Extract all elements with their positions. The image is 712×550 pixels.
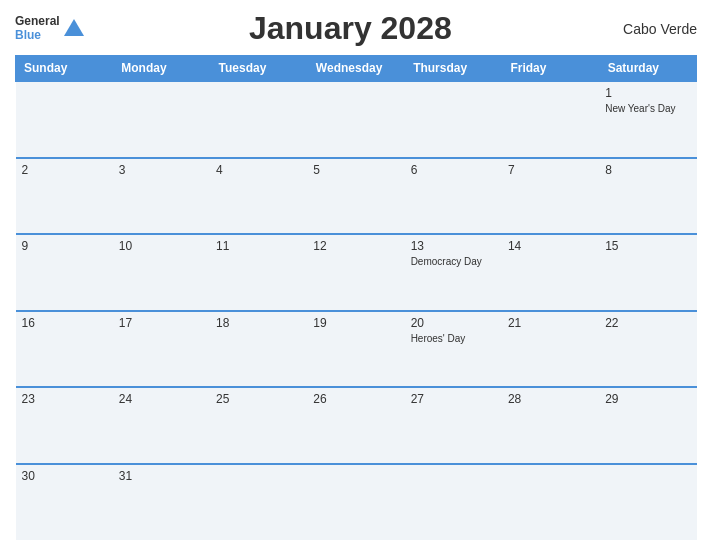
day-number: 4 — [216, 163, 301, 177]
calendar-cell: 14 — [502, 234, 599, 311]
calendar-cell: 4 — [210, 158, 307, 235]
calendar-cell: 28 — [502, 387, 599, 464]
day-number: 16 — [22, 316, 107, 330]
calendar-cell: 17 — [113, 311, 210, 388]
holiday-name: New Year's Day — [605, 102, 690, 115]
day-number: 23 — [22, 392, 107, 406]
day-number: 30 — [22, 469, 107, 483]
calendar-body: 1New Year's Day2345678910111213Democracy… — [16, 81, 697, 540]
logo-general-text: General — [15, 15, 60, 28]
weekday-header: Tuesday — [210, 56, 307, 82]
day-number: 20 — [411, 316, 496, 330]
holiday-name: Democracy Day — [411, 255, 496, 268]
calendar-cell: 9 — [16, 234, 113, 311]
calendar-cell: 13Democracy Day — [405, 234, 502, 311]
calendar-cell: 26 — [307, 387, 404, 464]
day-number: 3 — [119, 163, 204, 177]
calendar-cell — [307, 81, 404, 158]
day-number: 6 — [411, 163, 496, 177]
calendar-week-row: 1617181920Heroes' Day2122 — [16, 311, 697, 388]
calendar-cell — [113, 81, 210, 158]
calendar-cell: 15 — [599, 234, 696, 311]
day-number: 2 — [22, 163, 107, 177]
calendar-cell: 18 — [210, 311, 307, 388]
calendar-thead: SundayMondayTuesdayWednesdayThursdayFrid… — [16, 56, 697, 82]
calendar-cell: 25 — [210, 387, 307, 464]
logo-blue-text: Blue — [15, 29, 60, 42]
calendar-header: General Blue January 2028 Cabo Verde — [15, 10, 697, 47]
weekday-header-row: SundayMondayTuesdayWednesdayThursdayFrid… — [16, 56, 697, 82]
weekday-header: Wednesday — [307, 56, 404, 82]
day-number: 7 — [508, 163, 593, 177]
day-number: 15 — [605, 239, 690, 253]
calendar-cell: 6 — [405, 158, 502, 235]
calendar-cell: 21 — [502, 311, 599, 388]
holiday-name: Heroes' Day — [411, 332, 496, 345]
country-label: Cabo Verde — [617, 21, 697, 37]
calendar-cell: 16 — [16, 311, 113, 388]
calendar-cell — [16, 81, 113, 158]
day-number: 10 — [119, 239, 204, 253]
weekday-header: Monday — [113, 56, 210, 82]
calendar-cell — [210, 81, 307, 158]
calendar-week-row: 23242526272829 — [16, 387, 697, 464]
calendar-container: General Blue January 2028 Cabo Verde Sun… — [0, 0, 712, 550]
day-number: 24 — [119, 392, 204, 406]
weekday-header: Thursday — [405, 56, 502, 82]
day-number: 28 — [508, 392, 593, 406]
day-number: 19 — [313, 316, 398, 330]
weekday-header: Friday — [502, 56, 599, 82]
calendar-cell: 31 — [113, 464, 210, 541]
day-number: 27 — [411, 392, 496, 406]
calendar-cell: 1New Year's Day — [599, 81, 696, 158]
calendar-week-row: 3031 — [16, 464, 697, 541]
day-number: 14 — [508, 239, 593, 253]
calendar-cell: 19 — [307, 311, 404, 388]
calendar-cell: 22 — [599, 311, 696, 388]
day-number: 26 — [313, 392, 398, 406]
day-number: 17 — [119, 316, 204, 330]
calendar-cell: 30 — [16, 464, 113, 541]
calendar-cell — [599, 464, 696, 541]
day-number: 9 — [22, 239, 107, 253]
calendar-cell: 20Heroes' Day — [405, 311, 502, 388]
day-number: 31 — [119, 469, 204, 483]
calendar-cell: 5 — [307, 158, 404, 235]
calendar-week-row: 910111213Democracy Day1415 — [16, 234, 697, 311]
calendar-cell: 24 — [113, 387, 210, 464]
calendar-cell: 27 — [405, 387, 502, 464]
day-number: 25 — [216, 392, 301, 406]
day-number: 11 — [216, 239, 301, 253]
logo-text: General Blue — [15, 15, 60, 41]
calendar-cell: 29 — [599, 387, 696, 464]
calendar-cell — [405, 81, 502, 158]
calendar-table: SundayMondayTuesdayWednesdayThursdayFrid… — [15, 55, 697, 540]
calendar-cell: 2 — [16, 158, 113, 235]
calendar-cell — [210, 464, 307, 541]
day-number: 12 — [313, 239, 398, 253]
calendar-title: January 2028 — [84, 10, 617, 47]
calendar-week-row: 2345678 — [16, 158, 697, 235]
day-number: 1 — [605, 86, 690, 100]
day-number: 5 — [313, 163, 398, 177]
calendar-cell: 10 — [113, 234, 210, 311]
calendar-cell: 3 — [113, 158, 210, 235]
day-number: 13 — [411, 239, 496, 253]
day-number: 29 — [605, 392, 690, 406]
day-number: 22 — [605, 316, 690, 330]
calendar-cell: 11 — [210, 234, 307, 311]
calendar-cell: 12 — [307, 234, 404, 311]
day-number: 8 — [605, 163, 690, 177]
calendar-cell — [502, 464, 599, 541]
calendar-cell — [405, 464, 502, 541]
calendar-week-row: 1New Year's Day — [16, 81, 697, 158]
calendar-cell: 7 — [502, 158, 599, 235]
calendar-cell — [307, 464, 404, 541]
calendar-cell — [502, 81, 599, 158]
calendar-cell: 8 — [599, 158, 696, 235]
logo: General Blue — [15, 15, 84, 41]
weekday-header: Sunday — [16, 56, 113, 82]
calendar-cell: 23 — [16, 387, 113, 464]
logo-triangle-icon — [64, 19, 84, 36]
day-number: 18 — [216, 316, 301, 330]
